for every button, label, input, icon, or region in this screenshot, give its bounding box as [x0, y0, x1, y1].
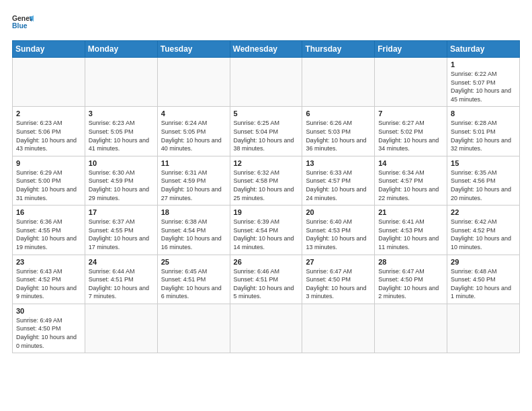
calendar-week-row: 1Sunrise: 6:22 AM Sunset: 5:07 PM Daylig… [13, 58, 520, 107]
calendar-cell: 15Sunrise: 6:35 AM Sunset: 4:56 PM Dayli… [447, 156, 520, 205]
header: General Blue [12, 12, 520, 34]
day-number: 30 [16, 307, 81, 315]
calendar-cell [230, 304, 302, 353]
day-info: Sunrise: 6:43 AM Sunset: 4:52 PM Dayligh… [16, 267, 81, 301]
day-info: Sunrise: 6:37 AM Sunset: 4:55 PM Dayligh… [89, 218, 154, 251]
day-number: 26 [234, 258, 299, 266]
day-info: Sunrise: 6:25 AM Sunset: 5:04 PM Dayligh… [234, 119, 299, 152]
calendar-cell: 12Sunrise: 6:32 AM Sunset: 4:58 PM Dayli… [230, 156, 302, 205]
calendar-cell: 4Sunrise: 6:24 AM Sunset: 5:05 PM Daylig… [157, 107, 230, 156]
day-number: 20 [306, 208, 371, 216]
day-info: Sunrise: 6:45 AM Sunset: 4:51 PM Dayligh… [161, 267, 226, 301]
calendar-cell [157, 58, 230, 107]
calendar-cell: 8Sunrise: 6:28 AM Sunset: 5:01 PM Daylig… [447, 107, 520, 156]
calendar-cell: 28Sunrise: 6:47 AM Sunset: 4:50 PM Dayli… [375, 255, 447, 304]
calendar-cell [157, 304, 230, 353]
day-number: 12 [234, 159, 299, 167]
calendar-cell: 26Sunrise: 6:46 AM Sunset: 4:51 PM Dayli… [230, 255, 302, 304]
calendar-cell [375, 58, 447, 107]
calendar-cell: 25Sunrise: 6:45 AM Sunset: 4:51 PM Dayli… [157, 255, 230, 304]
calendar-cell: 6Sunrise: 6:26 AM Sunset: 5:03 PM Daylig… [302, 107, 375, 156]
calendar-cell [375, 304, 447, 353]
day-number: 2 [16, 109, 81, 118]
day-info: Sunrise: 6:39 AM Sunset: 4:54 PM Dayligh… [234, 218, 299, 251]
day-number: 10 [89, 159, 154, 167]
day-number: 6 [306, 109, 371, 118]
day-info: Sunrise: 6:40 AM Sunset: 4:53 PM Dayligh… [306, 218, 371, 251]
day-number: 5 [234, 109, 299, 118]
calendar-cell: 23Sunrise: 6:43 AM Sunset: 4:52 PM Dayli… [13, 255, 85, 304]
calendar-week-row: 9Sunrise: 6:29 AM Sunset: 5:00 PM Daylig… [13, 156, 520, 205]
calendar-cell: 27Sunrise: 6:47 AM Sunset: 4:50 PM Dayli… [302, 255, 375, 304]
calendar-cell: 13Sunrise: 6:33 AM Sunset: 4:57 PM Dayli… [302, 156, 375, 205]
day-info: Sunrise: 6:48 AM Sunset: 4:50 PM Dayligh… [451, 267, 516, 301]
day-number: 18 [161, 208, 226, 216]
calendar-cell [447, 304, 520, 353]
day-info: Sunrise: 6:41 AM Sunset: 4:53 PM Dayligh… [378, 218, 443, 251]
day-number: 9 [16, 159, 81, 167]
calendar-cell: 29Sunrise: 6:48 AM Sunset: 4:50 PM Dayli… [447, 255, 520, 304]
day-info: Sunrise: 6:44 AM Sunset: 4:51 PM Dayligh… [89, 267, 154, 301]
svg-text:Blue: Blue [12, 22, 28, 30]
calendar-cell: 14Sunrise: 6:34 AM Sunset: 4:57 PM Dayli… [375, 156, 447, 205]
day-info: Sunrise: 6:23 AM Sunset: 5:06 PM Dayligh… [16, 119, 81, 152]
calendar-cell: 18Sunrise: 6:38 AM Sunset: 4:54 PM Dayli… [157, 205, 230, 255]
day-info: Sunrise: 6:34 AM Sunset: 4:57 PM Dayligh… [378, 169, 443, 202]
day-number: 15 [451, 159, 516, 167]
calendar-cell: 19Sunrise: 6:39 AM Sunset: 4:54 PM Dayli… [230, 205, 302, 255]
day-number: 1 [451, 60, 516, 68]
day-info: Sunrise: 6:49 AM Sunset: 4:50 PM Dayligh… [16, 316, 81, 350]
day-info: Sunrise: 6:22 AM Sunset: 5:07 PM Dayligh… [451, 70, 516, 103]
weekday-header-sunday: Sunday [13, 41, 85, 58]
calendar-cell: 7Sunrise: 6:27 AM Sunset: 5:02 PM Daylig… [375, 107, 447, 156]
calendar-cell [13, 58, 85, 107]
weekday-header-saturday: Saturday [447, 41, 520, 58]
day-info: Sunrise: 6:29 AM Sunset: 5:00 PM Dayligh… [16, 169, 81, 202]
day-number: 23 [16, 258, 81, 266]
day-info: Sunrise: 6:33 AM Sunset: 4:57 PM Dayligh… [306, 169, 371, 202]
day-number: 17 [89, 208, 154, 216]
calendar-cell: 1Sunrise: 6:22 AM Sunset: 5:07 PM Daylig… [447, 58, 520, 107]
day-number: 7 [378, 109, 443, 118]
day-number: 14 [378, 159, 443, 167]
day-info: Sunrise: 6:47 AM Sunset: 4:50 PM Dayligh… [306, 267, 371, 301]
logo: General Blue [12, 12, 34, 34]
calendar-cell: 20Sunrise: 6:40 AM Sunset: 4:53 PM Dayli… [302, 205, 375, 255]
day-info: Sunrise: 6:28 AM Sunset: 5:01 PM Dayligh… [451, 119, 516, 152]
day-number: 22 [451, 208, 516, 216]
calendar-cell: 9Sunrise: 6:29 AM Sunset: 5:00 PM Daylig… [13, 156, 85, 205]
day-info: Sunrise: 6:46 AM Sunset: 4:51 PM Dayligh… [234, 267, 299, 301]
calendar-cell [302, 304, 375, 353]
day-info: Sunrise: 6:27 AM Sunset: 5:02 PM Dayligh… [378, 119, 443, 152]
calendar-cell: 24Sunrise: 6:44 AM Sunset: 4:51 PM Dayli… [85, 255, 157, 304]
calendar-cell: 10Sunrise: 6:30 AM Sunset: 4:59 PM Dayli… [85, 156, 157, 205]
calendar-cell [85, 304, 157, 353]
weekday-header-thursday: Thursday [302, 41, 375, 58]
calendar-cell: 2Sunrise: 6:23 AM Sunset: 5:06 PM Daylig… [13, 107, 85, 156]
weekday-header-friday: Friday [375, 41, 447, 58]
calendar-cell: 11Sunrise: 6:31 AM Sunset: 4:59 PM Dayli… [157, 156, 230, 205]
day-info: Sunrise: 6:32 AM Sunset: 4:58 PM Dayligh… [234, 169, 299, 202]
day-number: 16 [16, 208, 81, 216]
calendar-cell: 17Sunrise: 6:37 AM Sunset: 4:55 PM Dayli… [85, 205, 157, 255]
day-number: 8 [451, 109, 516, 118]
weekday-header-wednesday: Wednesday [230, 41, 302, 58]
day-number: 21 [378, 208, 443, 216]
calendar-cell [85, 58, 157, 107]
calendar-cell: 22Sunrise: 6:42 AM Sunset: 4:52 PM Dayli… [447, 205, 520, 255]
page: General Blue SundayMondayTuesdayWednesda… [0, 0, 532, 411]
generalblue-logo-icon: General Blue [12, 12, 34, 34]
day-info: Sunrise: 6:35 AM Sunset: 4:56 PM Dayligh… [451, 169, 516, 202]
day-info: Sunrise: 6:42 AM Sunset: 4:52 PM Dayligh… [451, 218, 516, 251]
day-info: Sunrise: 6:38 AM Sunset: 4:54 PM Dayligh… [161, 218, 226, 251]
day-number: 25 [161, 258, 226, 266]
calendar-week-row: 2Sunrise: 6:23 AM Sunset: 5:06 PM Daylig… [13, 107, 520, 156]
day-info: Sunrise: 6:23 AM Sunset: 5:05 PM Dayligh… [89, 119, 154, 152]
day-info: Sunrise: 6:30 AM Sunset: 4:59 PM Dayligh… [89, 169, 154, 202]
calendar-cell: 30Sunrise: 6:49 AM Sunset: 4:50 PM Dayli… [13, 304, 85, 353]
day-info: Sunrise: 6:24 AM Sunset: 5:05 PM Dayligh… [161, 119, 226, 152]
day-number: 27 [306, 258, 371, 266]
day-info: Sunrise: 6:47 AM Sunset: 4:50 PM Dayligh… [378, 267, 443, 301]
calendar-cell: 3Sunrise: 6:23 AM Sunset: 5:05 PM Daylig… [85, 107, 157, 156]
calendar-cell: 21Sunrise: 6:41 AM Sunset: 4:53 PM Dayli… [375, 205, 447, 255]
